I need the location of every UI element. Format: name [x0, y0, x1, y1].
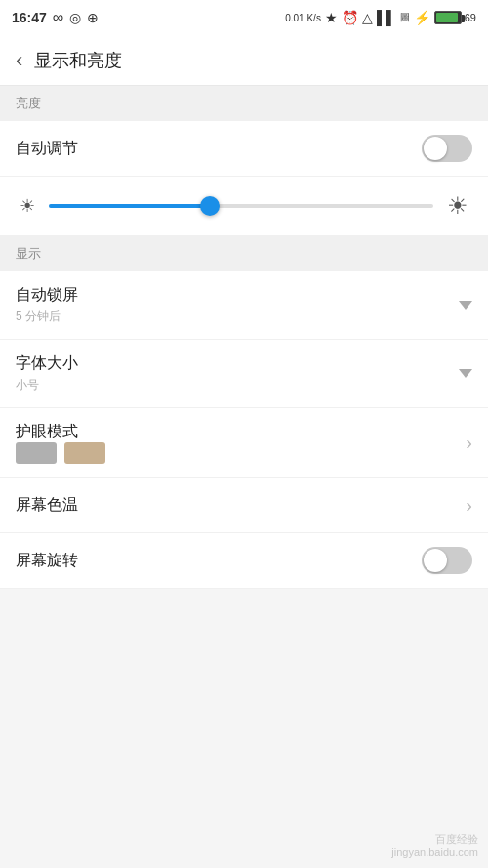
eye-care-preview [16, 442, 105, 464]
status-time: 16:47 [12, 10, 47, 25]
battery-level: 69 [465, 12, 476, 23]
notify-icon2: ⊕ [87, 10, 99, 25]
charge-icon: ⚡ [414, 10, 430, 25]
page-title: 显示和亮度 [34, 49, 122, 72]
screen-rotation-toggle[interactable] [422, 547, 472, 574]
status-bar: 16:47 ∞ ◎ ⊕ 0.01 K/s ★ ⏰ △ ▌▌ 圖 ⚡ 69 [0, 0, 488, 35]
rotation-toggle-knob [424, 549, 447, 572]
brightness-slider-row: ☀ ☀ [0, 177, 488, 236]
auto-adjust-toggle[interactable] [422, 135, 472, 162]
font-size-arrow [459, 369, 472, 378]
auto-lock-label: 自动锁屏 [16, 285, 78, 306]
eye-care-row[interactable]: 护眼模式 › [0, 408, 488, 478]
section-display-header: 显示 [0, 236, 488, 271]
font-size-label: 字体大小 [16, 353, 78, 374]
back-button[interactable]: ‹ [16, 48, 22, 73]
status-left: 16:47 ∞ ◎ ⊕ [12, 9, 99, 26]
loop-icon: ∞ [53, 9, 63, 26]
sun-small-icon: ☀ [20, 195, 35, 217]
eye-care-arrow: › [466, 432, 472, 454]
sim-icon: 圖 [400, 11, 410, 24]
wifi-icon: △ [362, 10, 373, 25]
font-size-row[interactable]: 字体大小 小号 [0, 340, 488, 408]
font-size-sub: 小号 [16, 377, 78, 393]
eye-care-box1 [16, 442, 57, 464]
section-brightness-header: 亮度 [0, 86, 488, 121]
bluetooth-icon: ★ [325, 10, 338, 25]
notify-icon1: ◎ [69, 10, 81, 25]
watermark: 百度经验 jingyan.baidu.com [391, 832, 478, 858]
slider-thumb[interactable] [200, 196, 220, 216]
screen-rotation-label: 屏幕旋转 [16, 551, 78, 571]
status-right: 0.01 K/s ★ ⏰ △ ▌▌ 圖 ⚡ 69 [285, 10, 476, 25]
nav-bar: ‹ 显示和亮度 [0, 35, 488, 86]
brightness-slider[interactable] [49, 196, 433, 216]
sun-large-icon: ☀ [447, 192, 468, 220]
color-temp-row[interactable]: 屏幕色温 › [0, 478, 488, 533]
auto-adjust-row[interactable]: 自动调节 [0, 121, 488, 177]
auto-lock-sub: 5 分钟后 [16, 309, 78, 325]
auto-lock-row[interactable]: 自动锁屏 5 分钟后 [0, 271, 488, 340]
screen-rotation-row[interactable]: 屏幕旋转 [0, 533, 488, 589]
eye-care-box2 [64, 442, 105, 464]
auto-lock-arrow [459, 301, 472, 310]
clock-icon: ⏰ [342, 10, 358, 25]
auto-adjust-label: 自动调节 [16, 139, 78, 159]
signal-icon: ▌▌ [377, 10, 396, 25]
network-speed: 0.01 K/s [285, 13, 321, 23]
color-temp-arrow: › [466, 494, 472, 517]
toggle-knob [424, 137, 447, 160]
color-temp-label: 屏幕色温 [16, 495, 78, 516]
eye-care-label: 护眼模式 [16, 422, 105, 442]
battery-icon: 69 [434, 11, 476, 24]
